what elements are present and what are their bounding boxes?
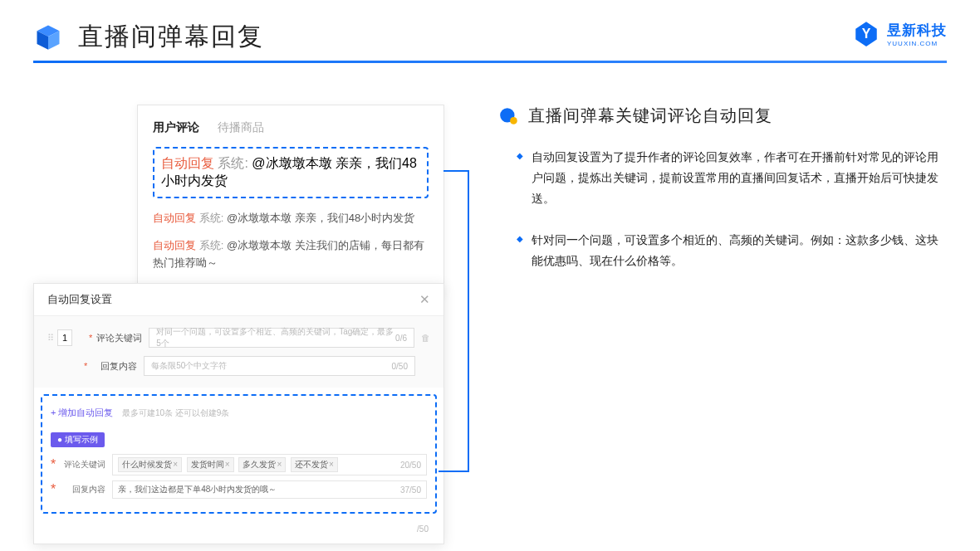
page-header: 直播间弹幕回复 Y 昱新科技 YUUXIN.COM (0, 0, 980, 61)
logo-icon: Y (852, 20, 880, 48)
bullet-list: 自动回复设置为了提升作者的评论回复效率，作者可在开播前针对常见的评论用户问题，提… (498, 147, 947, 271)
svg-point-5 (510, 117, 517, 124)
tail-count: /50 (417, 524, 429, 534)
tag-chip[interactable]: 还不发货× (291, 457, 338, 472)
bullet-item: 针对同一个问题，可设置多个相近的、高频的关键词。例如：这款多少钱、这块能优惠吗、… (517, 230, 947, 271)
example-content-input[interactable]: 亲，我们这边都是下单48小时内发货的哦～ 37/50 (112, 480, 427, 499)
page-title: 直播间弹幕回复 (78, 20, 264, 54)
logo-text: 昱新科技 (887, 22, 947, 38)
svg-text:Y: Y (862, 27, 871, 41)
auto-reply-tag: 自动回复 (161, 156, 214, 170)
keyword-count: 0/6 (395, 334, 407, 343)
content-input[interactable]: 每条限50个中文字符 0/50 (144, 356, 415, 376)
comment-text: @冰墩墩本墩 亲亲，我们48小时内发货 (227, 212, 414, 224)
system-label: 系统: (199, 239, 224, 251)
content-count: 0/50 (392, 362, 408, 371)
required-star: * (51, 457, 56, 472)
bullet-item: 自动回复设置为了提升作者的评论回复效率，作者可在开播前针对常见的评论用户问题，提… (517, 147, 947, 210)
highlighted-comment: 自动回复 系统: @冰墩墩本墩 亲亲，我们48小时内发货 (153, 147, 429, 198)
close-icon[interactable]: ✕ (419, 292, 430, 307)
content-label: 回复内容 (91, 360, 137, 373)
comment-tabs: 用户评论 待播商品 (153, 120, 429, 135)
row-number: 1 (57, 329, 72, 346)
required-star: * (51, 482, 56, 497)
content-field-row: * 回复内容 每条限50个中文字符 0/50 (47, 356, 430, 376)
keyword-field-row: ⠿ 1 * 评论关键词 对同一个问题，可设置多个相近、高频的关键词，Tag确定，… (47, 328, 430, 348)
required-star: * (89, 333, 92, 343)
tag-chip[interactable]: 多久发货× (238, 457, 286, 472)
logo-subtext: YUUXIN.COM (887, 40, 947, 47)
section-title-row: 直播间弹幕关键词评论自动回复 (498, 105, 947, 127)
drag-handle-icon[interactable]: ⠿ (47, 333, 54, 344)
keyword-label: 评论关键词 (96, 332, 142, 344)
system-label: 系统: (218, 156, 247, 170)
add-help-text: 最多可建10条 还可以创建9条 (122, 408, 229, 417)
auto-reply-tag: 自动回复 (153, 239, 196, 251)
add-auto-reply-link[interactable]: + 增加自动回复 (51, 407, 113, 419)
comment-row: 自动回复 系统: @冰墩墩本墩 亲亲，我们48小时内发货 (153, 210, 429, 227)
example-keyword-label: 评论关键词 (59, 459, 105, 471)
comment-panel: 用户评论 待播商品 自动回复 系统: @冰墩墩本墩 亲亲，我们48小时内发货 自… (137, 105, 444, 297)
comment-row: 自动回复 系统: @冰墩墩本墩 关注我们的店铺，每日都有热门推荐呦～ (153, 237, 429, 272)
auto-reply-tag: 自动回复 (153, 212, 196, 224)
content-placeholder: 每条限50个中文字符 (151, 360, 227, 372)
tag-chip[interactable]: 发货时间× (187, 457, 234, 472)
example-section: + 增加自动回复 最多可建10条 还可以创建9条 ● 填写示例 * 评论关键词 … (41, 394, 437, 514)
tab-user-comments[interactable]: 用户评论 (153, 120, 199, 135)
required-star: * (84, 361, 87, 371)
modal-title: 自动回复设置 (47, 292, 112, 307)
brand-logo: Y 昱新科技 YUUXIN.COM (852, 20, 947, 48)
tab-pending-products[interactable]: 待播商品 (218, 120, 264, 135)
example-content-row: * 回复内容 亲，我们这边都是下单48小时内发货的哦～ 37/50 (51, 480, 427, 499)
modal-body: ⠿ 1 * 评论关键词 对同一个问题，可设置多个相近、高频的关键词，Tag确定，… (34, 316, 443, 388)
example-badge: ● 填写示例 (51, 432, 105, 447)
example-keyword-count: 20/50 (400, 461, 421, 470)
description-column: 直播间弹幕关键词评论自动回复 自动回复设置为了提升作者的评论回复效率，作者可在开… (465, 105, 947, 291)
example-keyword-input[interactable]: 什么时候发货× 发货时间× 多久发货× 还不发货× 20/50 (112, 454, 427, 475)
modal-header: 自动回复设置 ✕ (34, 284, 443, 316)
tag-chip[interactable]: 什么时候发货× (118, 457, 182, 472)
example-content-text: 亲，我们这边都是下单48小时内发货的哦～ (118, 484, 277, 495)
example-content-label: 回复内容 (59, 484, 105, 495)
section-title: 直播间弹幕关键词评论自动回复 (528, 105, 772, 127)
auto-reply-modal: 自动回复设置 ✕ ⠿ 1 * 评论关键词 对同一个问题，可设置多个相近、高频的关… (33, 283, 444, 544)
trash-icon[interactable]: 🗑 (421, 333, 430, 343)
example-keyword-row: * 评论关键词 什么时候发货× 发货时间× 多久发货× 还不发货× 20/50 (51, 454, 427, 475)
keyword-placeholder: 对同一个问题，可设置多个相近、高频的关键词，Tag确定，最多5个 (156, 326, 395, 349)
system-label: 系统: (199, 212, 224, 224)
chat-bubble-icon (498, 105, 520, 127)
example-content-count: 37/50 (400, 485, 421, 495)
cube-icon (33, 22, 63, 52)
keyword-input[interactable]: 对同一个问题，可设置多个相近、高频的关键词，Tag确定，最多5个 0/6 (149, 328, 414, 348)
screenshot-column: 用户评论 待播商品 自动回复 系统: @冰墩墩本墩 亲亲，我们48小时内发货 自… (33, 105, 465, 291)
